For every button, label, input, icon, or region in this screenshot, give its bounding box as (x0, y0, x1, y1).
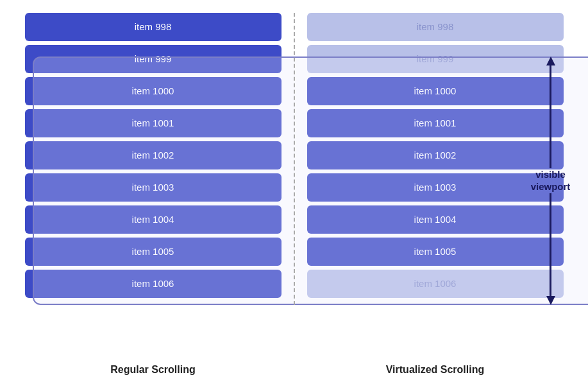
item-bar: item 1003 (25, 173, 281, 202)
list-item: item 1006 (25, 270, 281, 298)
list-item: item 1000 (25, 77, 281, 105)
list-item: item 1002 (25, 141, 281, 169)
item-bar: item 1004 (25, 205, 281, 234)
left-label: Regular Scrolling (19, 364, 294, 376)
arrow-up-icon (546, 56, 555, 65)
list-item: item 1005 (25, 238, 281, 266)
item-bar: item 1000 (25, 77, 281, 105)
left-column: item 998 item 999 item 1000 item 1001 it… (19, 13, 294, 343)
divider (294, 13, 295, 305)
list-item: item 1003 (25, 173, 281, 202)
arrow-shaft-bottom (550, 193, 551, 296)
item-bar: item 1005 (25, 238, 281, 266)
item-bar: item 1001 (25, 109, 281, 137)
list-item: item 998 (307, 13, 564, 41)
item-bar: item 998 (25, 13, 281, 41)
item-bar: item 1006 (25, 270, 281, 298)
main-container: item 998 item 999 item 1000 item 1001 it… (19, 13, 570, 379)
arrow-shaft-top (550, 65, 551, 168)
item-bar: item 999 (25, 45, 281, 73)
list-item: item 1001 (25, 109, 281, 137)
right-label: Virtualized Scrolling (294, 364, 570, 376)
labels-row: Regular Scrolling Virtualized Scrolling (19, 343, 570, 379)
viewport-annotation: visibleviewport (525, 56, 576, 305)
list-item: item 999 (25, 45, 281, 73)
list-item: item 998 (25, 13, 281, 41)
item-bar: item 1002 (25, 141, 281, 169)
arrow-down-icon (546, 296, 555, 305)
columns-wrapper: item 998 item 999 item 1000 item 1001 it… (19, 13, 570, 343)
viewport-label: visibleviewport (531, 168, 571, 193)
list-item: item 1004 (25, 205, 281, 234)
item-bar-faded: item 998 (307, 13, 564, 41)
